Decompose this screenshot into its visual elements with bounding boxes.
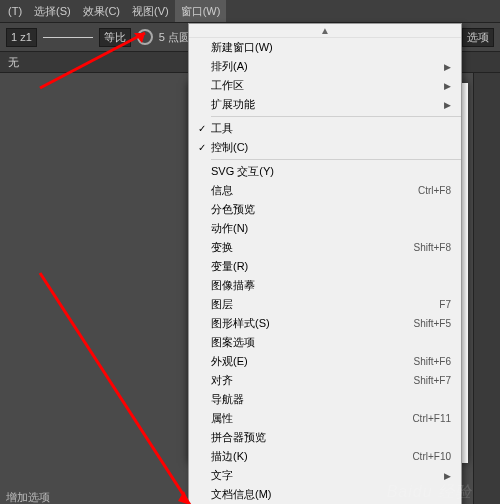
menu-2[interactable]: 效果(C) (77, 0, 126, 22)
menu-item[interactable]: 排列(A)▶ (189, 57, 461, 76)
menu-item[interactable]: 拼合器预览 (189, 428, 461, 447)
menu-item[interactable]: 图像描摹 (189, 276, 461, 295)
menu-shortcut: Ctrl+F8 (418, 185, 451, 196)
menu-0[interactable]: (T) (2, 0, 28, 22)
panel-dock[interactable] (473, 73, 500, 504)
menu-item-label: 工具 (211, 121, 451, 136)
menu-separator (211, 116, 461, 117)
workspace: ▲ 新建窗口(W)排列(A)▶工作区▶扩展功能▶✓工具✓控制(C)SVG 交互(… (0, 73, 500, 504)
rect-dropdown[interactable]: 选项 (462, 28, 494, 47)
menu-item-label: 导航器 (211, 392, 451, 407)
menubar: (T)选择(S)效果(C)视图(V)窗口(W) (0, 0, 500, 23)
check-icon: ✓ (193, 142, 211, 153)
menu-1[interactable]: 选择(S) (28, 0, 77, 22)
submenu-arrow-icon: ▶ (444, 62, 451, 72)
menu-shortcut: F7 (439, 299, 451, 310)
menu-shortcut: Ctrl+F11 (412, 413, 451, 424)
submenu-arrow-icon: ▶ (444, 81, 451, 91)
submenu-arrow-icon: ▶ (444, 100, 451, 110)
circle-icon (137, 29, 153, 45)
submenu-arrow-icon: ▶ (444, 471, 451, 481)
menu-item-label: SVG 交互(Y) (211, 164, 451, 179)
menu-item-label: 拼合器预览 (211, 430, 451, 445)
check-icon: ✓ (193, 123, 211, 134)
menu-shortcut: Shift+F6 (413, 356, 451, 367)
menu-item-label: 排列(A) (211, 59, 438, 74)
menu-item[interactable]: 新建窗口(W) (189, 38, 461, 57)
menu-item[interactable]: 信息Ctrl+F8 (189, 181, 461, 200)
ratio-label: 等比 (104, 30, 126, 45)
menu-item[interactable]: 变换Shift+F8 (189, 238, 461, 257)
ratio-dropdown[interactable]: 等比 (99, 28, 131, 47)
menu-item-label: 变量(R) (211, 259, 451, 274)
menu-shortcut: Ctrl+F10 (412, 451, 451, 462)
menu-item-label: 图案选项 (211, 335, 451, 350)
menu-item[interactable]: 对齐Shift+F7 (189, 371, 461, 390)
bottom-label: 增加选项 (6, 490, 50, 504)
menu-item-label: 扩展功能 (211, 97, 438, 112)
menu-item-label: 工作区 (211, 78, 438, 93)
menu-shortcut: Shift+F8 (413, 242, 451, 253)
menu-item[interactable]: 动作(N) (189, 219, 461, 238)
menu-item[interactable]: 图层F7 (189, 295, 461, 314)
menu-separator (211, 159, 461, 160)
menu-3[interactable]: 视图(V) (126, 0, 175, 22)
menu-item[interactable]: 工作区▶ (189, 76, 461, 95)
menu-item[interactable]: 属性Ctrl+F11 (189, 409, 461, 428)
menu-item-label: 图形样式(S) (211, 316, 407, 331)
scroll-up-icon[interactable]: ▲ (189, 24, 461, 38)
menu-item[interactable]: 变量(R) (189, 257, 461, 276)
menu-shortcut: Shift+F7 (413, 375, 451, 386)
svg-line-2 (40, 273, 190, 504)
line-preview (43, 37, 93, 38)
menu-item[interactable]: 导航器 (189, 390, 461, 409)
menu-item[interactable]: 外观(E)Shift+F6 (189, 352, 461, 371)
menu-item[interactable]: ✓控制(C) (189, 138, 461, 157)
menu-item-label: 分色预览 (211, 202, 451, 217)
annotation-arrow-bottom (0, 243, 210, 504)
window-menu-dropdown: ▲ 新建窗口(W)排列(A)▶工作区▶扩展功能▶✓工具✓控制(C)SVG 交互(… (188, 23, 462, 504)
menu-item-label: 控制(C) (211, 140, 451, 155)
menu-item-label: 外观(E) (211, 354, 407, 369)
watermark: Baidu 经验 (387, 482, 472, 503)
menu-item[interactable]: 扩展功能▶ (189, 95, 461, 114)
menu-item-label: 图像描摹 (211, 278, 451, 293)
menu-item-label: 属性 (211, 411, 406, 426)
menu-item-label: 变换 (211, 240, 407, 255)
menu-item[interactable]: 图案选项 (189, 333, 461, 352)
menu-item[interactable]: SVG 交互(Y) (189, 162, 461, 181)
menu-item[interactable]: ✓工具 (189, 119, 461, 138)
menu-item-label: 图层 (211, 297, 433, 312)
menu-item[interactable]: 图形样式(S)Shift+F5 (189, 314, 461, 333)
menu-item-label: 文字 (211, 468, 438, 483)
menu-shortcut: Shift+F5 (413, 318, 451, 329)
menu-4[interactable]: 窗口(W) (175, 0, 227, 22)
value-field[interactable]: 1 z1 (6, 28, 37, 47)
menu-item-label: 描边(K) (211, 449, 406, 464)
menu-item-label: 对齐 (211, 373, 407, 388)
menu-item[interactable]: 分色预览 (189, 200, 461, 219)
menu-item-label: 动作(N) (211, 221, 451, 236)
menu-item[interactable]: 描边(K)Ctrl+F10 (189, 447, 461, 466)
menu-item-label: 新建窗口(W) (211, 40, 451, 55)
menu-item-label: 信息 (211, 183, 412, 198)
tab-none[interactable]: 无 (8, 55, 19, 70)
